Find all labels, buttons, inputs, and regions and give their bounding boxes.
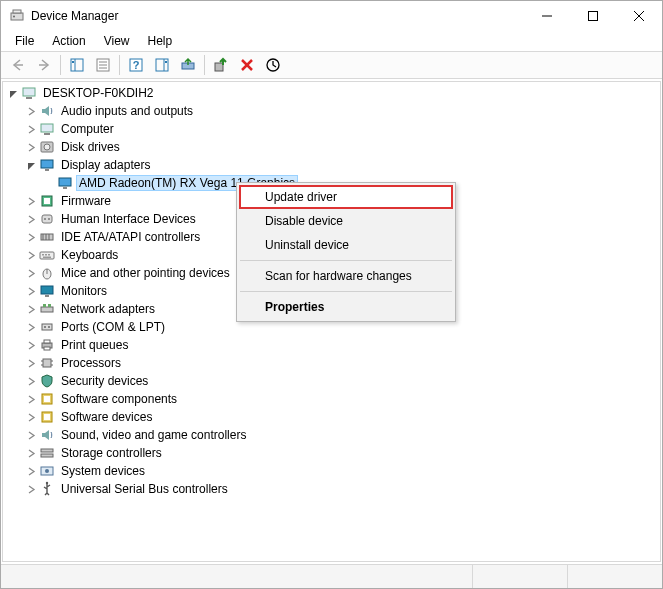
tree-category-label: Ports (COM & LPT) <box>59 320 167 334</box>
usb-icon <box>39 481 55 497</box>
tree-root[interactable]: DESKTOP-F0KDIH2 <box>3 84 660 102</box>
svg-rect-71 <box>44 414 50 420</box>
menu-view[interactable]: View <box>96 33 138 49</box>
monitor-icon <box>39 283 55 299</box>
svg-rect-26 <box>23 88 35 96</box>
maximize-button[interactable] <box>570 1 616 31</box>
firmware-icon <box>39 193 55 209</box>
ctx-uninstall-device[interactable]: Uninstall device <box>239 233 453 257</box>
close-button[interactable] <box>616 1 662 31</box>
chevron-right-icon[interactable] <box>23 319 39 335</box>
chevron-right-icon[interactable] <box>23 391 39 407</box>
back-button[interactable] <box>6 53 30 77</box>
tree-category-label: IDE ATA/ATAPI controllers <box>59 230 202 244</box>
help-button[interactable]: ? <box>124 53 148 77</box>
mouse-icon <box>39 265 55 281</box>
chevron-right-icon[interactable] <box>23 463 39 479</box>
svg-rect-0 <box>11 13 23 20</box>
ctx-update-driver[interactable]: Update driver <box>239 185 453 209</box>
update-driver-button[interactable] <box>176 53 200 77</box>
chevron-right-icon[interactable] <box>23 481 39 497</box>
show-hide-console-tree-button[interactable] <box>65 53 89 77</box>
chevron-right-icon[interactable] <box>23 265 39 281</box>
scan-hardware-button[interactable] <box>261 53 285 77</box>
hid-icon <box>39 211 55 227</box>
svg-rect-27 <box>26 97 32 99</box>
menu-file[interactable]: File <box>7 33 42 49</box>
tree-category[interactable]: Software components <box>3 390 660 408</box>
svg-point-2 <box>13 16 15 18</box>
menu-action[interactable]: Action <box>44 33 93 49</box>
svg-rect-48 <box>48 254 50 256</box>
tree-category[interactable]: Processors <box>3 354 660 372</box>
computer-icon <box>39 121 55 137</box>
tree-category[interactable]: Disk drives <box>3 138 660 156</box>
svg-point-39 <box>44 218 46 220</box>
svg-rect-4 <box>589 12 598 21</box>
tree-category[interactable]: Computer <box>3 120 660 138</box>
chevron-right-icon[interactable] <box>23 355 39 371</box>
menu-help[interactable]: Help <box>140 33 181 49</box>
status-cell <box>1 565 472 588</box>
chevron-down-icon[interactable] <box>23 157 39 173</box>
tree-category-label: Firmware <box>59 194 113 208</box>
tree-category[interactable]: Universal Serial Bus controllers <box>3 480 660 498</box>
tree-category-label: Sound, video and game controllers <box>59 428 248 442</box>
ctx-scan-hardware[interactable]: Scan for hardware changes <box>239 264 453 288</box>
window-title: Device Manager <box>31 9 524 23</box>
display-icon <box>57 175 73 191</box>
svg-rect-29 <box>44 133 50 135</box>
display-icon <box>39 157 55 173</box>
svg-rect-37 <box>44 198 50 204</box>
tree-category[interactable]: Sound, video and game controllers <box>3 426 660 444</box>
svg-rect-22 <box>215 63 223 71</box>
chevron-right-icon[interactable] <box>23 121 39 137</box>
ctx-disable-device[interactable]: Disable device <box>239 209 453 233</box>
toolbar-separator <box>60 55 61 75</box>
chevron-right-icon[interactable] <box>23 373 39 389</box>
chevron-right-icon[interactable] <box>23 427 39 443</box>
port-icon <box>39 319 55 335</box>
svg-rect-54 <box>41 307 53 312</box>
chevron-right-icon[interactable] <box>23 103 39 119</box>
tree-category[interactable]: Software devices <box>3 408 660 426</box>
chevron-right-icon[interactable] <box>23 283 39 299</box>
tree-category[interactable]: Audio inputs and outputs <box>3 102 660 120</box>
svg-rect-34 <box>59 178 71 186</box>
ctx-properties[interactable]: Properties <box>239 295 453 319</box>
menubar: File Action View Help <box>1 31 662 51</box>
chevron-right-icon[interactable] <box>23 301 39 317</box>
audio-icon <box>39 427 55 443</box>
tree-category[interactable]: System devices <box>3 462 660 480</box>
chevron-right-icon[interactable] <box>23 139 39 155</box>
tree-category-label: Network adapters <box>59 302 157 316</box>
chevron-right-icon[interactable] <box>23 211 39 227</box>
status-cell <box>472 565 567 588</box>
chevron-right-icon[interactable] <box>23 229 39 245</box>
tree-category[interactable]: Storage controllers <box>3 444 660 462</box>
tree-category[interactable]: Display adapters <box>3 156 660 174</box>
enable-device-button[interactable] <box>209 53 233 77</box>
svg-rect-47 <box>45 254 47 256</box>
svg-point-75 <box>45 469 49 473</box>
svg-text:?: ? <box>133 59 140 71</box>
toolbar: ? <box>1 51 662 79</box>
action-pane-button[interactable] <box>150 53 174 77</box>
tree-category[interactable]: Print queues <box>3 336 660 354</box>
tree-category[interactable]: Security devices <box>3 372 660 390</box>
svg-point-76 <box>46 482 48 484</box>
chevron-right-icon[interactable] <box>23 337 39 353</box>
chevron-down-icon[interactable] <box>5 85 21 101</box>
minimize-button[interactable] <box>524 1 570 31</box>
chevron-right-icon[interactable] <box>23 193 39 209</box>
svg-point-58 <box>44 326 46 328</box>
svg-rect-61 <box>44 340 50 343</box>
properties-button[interactable] <box>91 53 115 77</box>
chevron-right-icon[interactable] <box>23 445 39 461</box>
tree-category-label: Human Interface Devices <box>59 212 198 226</box>
chevron-right-icon[interactable] <box>23 247 39 263</box>
uninstall-device-button[interactable] <box>235 53 259 77</box>
forward-button[interactable] <box>32 53 56 77</box>
cpu-icon <box>39 355 55 371</box>
chevron-right-icon[interactable] <box>23 409 39 425</box>
